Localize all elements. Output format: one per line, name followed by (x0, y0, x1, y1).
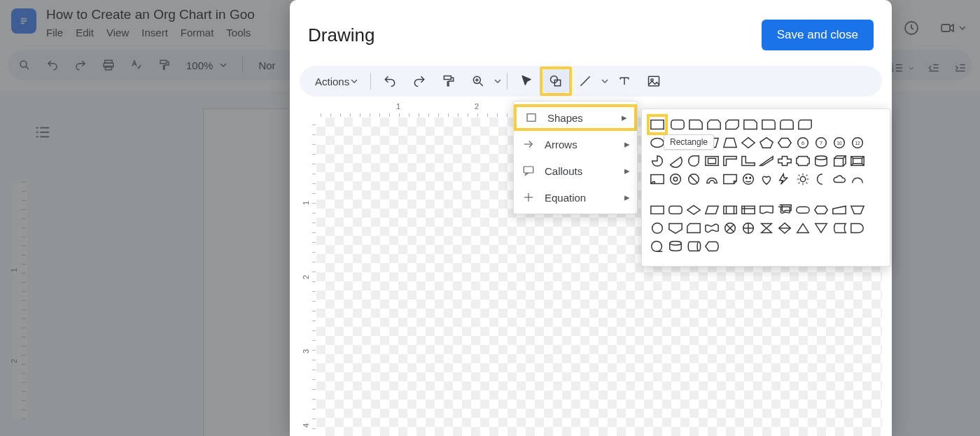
shape-octagon[interactable]: 7 (813, 134, 830, 151)
shape-pie[interactable] (649, 153, 666, 169)
shape-folded-corner[interactable] (649, 171, 666, 188)
shape-folded-note[interactable] (722, 171, 738, 188)
shape-fc-sort[interactable] (776, 220, 793, 237)
shape-donut[interactable] (667, 171, 684, 188)
callout-icon (522, 164, 535, 177)
shape-fc-magnetic-disk[interactable] (667, 238, 684, 255)
shape-fc-collate[interactable] (758, 220, 775, 237)
shape-block-arc[interactable] (704, 171, 720, 188)
svg-rect-29 (649, 76, 659, 85)
shape-lightning[interactable] (776, 171, 793, 188)
svg-line-72 (799, 183, 800, 184)
svg-point-48 (816, 156, 827, 160)
shape-fc-delay[interactable] (849, 220, 866, 237)
shape-pentagon[interactable] (758, 134, 775, 151)
shape-fc-data[interactable] (704, 202, 720, 218)
shape-round-rect[interactable] (669, 116, 686, 133)
image-button[interactable] (640, 69, 667, 93)
shape-tool-button[interactable] (542, 69, 569, 93)
shape-menu-shapes[interactable]: Shapes ▸ (514, 104, 637, 131)
shape-round-same[interactable] (778, 116, 795, 133)
shape-can[interactable] (813, 153, 830, 169)
shape-fc-offpage2[interactable] (722, 238, 738, 255)
shape-decagon[interactable]: 10 (831, 134, 848, 151)
text-box-button[interactable] (611, 69, 638, 93)
shape-fc-extract[interactable] (794, 220, 811, 237)
shape-round-diag[interactable] (797, 116, 813, 133)
shape-l-shape[interactable] (740, 153, 757, 169)
shape-sun[interactable] (794, 171, 811, 188)
shape-fc-connector[interactable] (649, 220, 666, 237)
shape-moon[interactable] (813, 171, 830, 188)
shape-fc-decision[interactable] (685, 202, 702, 218)
svg-point-64 (800, 176, 805, 181)
shape-fc-display[interactable] (704, 238, 720, 255)
shape-fc-process[interactable] (649, 202, 666, 218)
shape-cube[interactable] (831, 153, 848, 169)
shape-menu-equation[interactable]: Equation ▸ (514, 184, 637, 211)
shape-arc[interactable] (849, 171, 866, 188)
shape-menu-arrows[interactable]: Arrows ▸ (514, 131, 637, 157)
shape-fc-internal[interactable] (740, 202, 757, 218)
zoom-button[interactable] (465, 69, 491, 93)
shape-diamond[interactable] (740, 134, 757, 151)
svg-rect-35 (651, 120, 664, 129)
shape-fc-offpage[interactable] (667, 220, 684, 237)
shape-plaque[interactable] (794, 153, 811, 169)
shape-trapezoid[interactable] (722, 134, 738, 151)
caret-down-icon[interactable] (601, 79, 608, 83)
line-tool-button[interactable] (572, 69, 598, 93)
caret-down-icon[interactable] (494, 79, 501, 83)
svg-point-26 (551, 76, 558, 83)
shape-frame[interactable] (704, 153, 720, 169)
shape-fc-prep[interactable] (813, 202, 830, 218)
shape-heptagon[interactable]: 6 (794, 134, 811, 151)
shape-chord[interactable] (667, 153, 684, 169)
shape-teardrop[interactable] (685, 153, 702, 169)
shape-rectangle[interactable] (647, 114, 668, 135)
svg-point-58 (673, 177, 678, 181)
svg-rect-81 (797, 206, 809, 213)
shape-diagonal-stripe[interactable] (758, 153, 775, 169)
shape-fc-sum-junction[interactable] (722, 220, 738, 237)
shape-heart[interactable] (758, 171, 775, 188)
shape-round-single[interactable] (760, 116, 777, 133)
chevron-right-icon: ▸ (624, 164, 630, 177)
select-tool[interactable] (513, 69, 540, 93)
redo-button[interactable] (406, 69, 433, 93)
shape-fc-document[interactable] (758, 202, 775, 218)
shape-menu-callouts[interactable]: Callouts ▸ (514, 157, 637, 184)
shape-fc-predef[interactable] (722, 202, 738, 218)
shape-fc-card[interactable] (685, 220, 702, 237)
shape-fc-stored[interactable] (831, 220, 848, 237)
shape-fc-manual-op[interactable] (849, 202, 866, 218)
shape-bevel[interactable] (849, 153, 866, 169)
svg-line-70 (806, 183, 808, 184)
shape-dodecagon[interactable]: 12 (849, 134, 866, 151)
shape-fc-or[interactable] (740, 220, 757, 237)
shape-half-frame[interactable] (722, 153, 738, 169)
shape-snip-single[interactable] (687, 116, 704, 133)
undo-button[interactable] (377, 69, 403, 93)
shape-fc-manual-input[interactable] (831, 202, 848, 218)
shape-fc-alt-process[interactable] (667, 202, 684, 218)
svg-rect-46 (706, 157, 718, 166)
shape-fc-multidoc[interactable] (776, 202, 793, 218)
shape-hexagon[interactable] (776, 134, 793, 151)
shape-cloud[interactable] (831, 171, 848, 188)
shape-no-symbol[interactable] (685, 171, 702, 188)
svg-line-60 (690, 176, 698, 183)
shape-fc-terminator[interactable] (794, 202, 811, 218)
paint-format-button[interactable] (435, 69, 462, 93)
save-and-close-button[interactable]: Save and close (762, 20, 874, 50)
actions-menu-button[interactable]: Actions (308, 69, 365, 93)
shape-snip-diag[interactable] (724, 116, 741, 133)
shape-smiley[interactable] (740, 171, 757, 188)
shape-fc-merge[interactable] (813, 220, 830, 237)
shape-cross[interactable] (776, 153, 793, 169)
shape-fc-direct-access[interactable] (685, 238, 702, 255)
shape-fc-seq-storage[interactable] (649, 238, 666, 255)
shape-fc-tape[interactable] (704, 220, 720, 237)
shape-snip-round[interactable] (742, 116, 759, 133)
shape-snip-same[interactable] (706, 116, 722, 133)
